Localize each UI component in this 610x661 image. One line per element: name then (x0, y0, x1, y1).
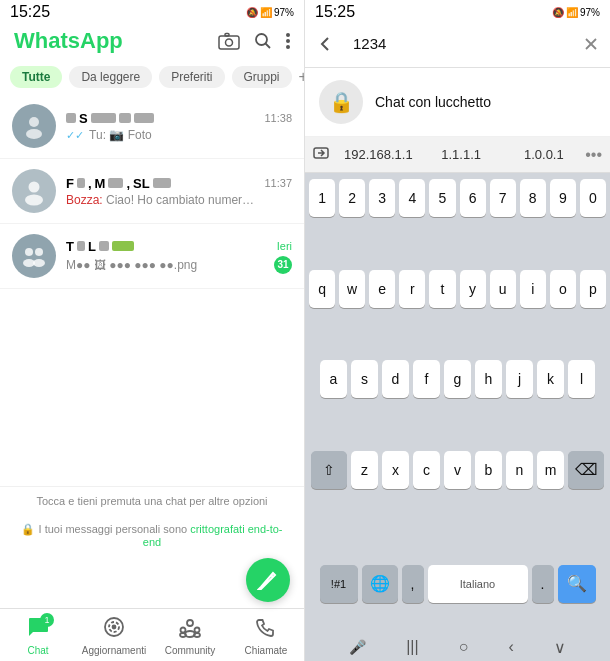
key-6[interactable]: 6 (460, 179, 486, 217)
filter-tab-groups[interactable]: Gruppi (232, 66, 292, 88)
key-m[interactable]: m (537, 451, 564, 489)
key-c[interactable]: c (413, 451, 440, 489)
sys-nav-down[interactable]: ∨ (554, 638, 566, 657)
suggestion-more-icon[interactable]: ••• (585, 146, 602, 164)
sys-nav-recents[interactable]: ‹ (508, 638, 513, 656)
chat-item-3[interactable]: T L Ieri M●● 🖼 ●●● ●●● ●●.png 31 (0, 224, 304, 289)
filter-tab-add-button[interactable]: + (299, 68, 304, 86)
key-h[interactable]: h (475, 360, 502, 398)
nav-calls[interactable]: Chiamate (228, 609, 304, 661)
nav-calls-label: Chiamate (245, 645, 288, 656)
chat-content-2: F , M , SL 11:37 Bozza: Ciao! Ho cambiat… (66, 176, 292, 207)
camera-button[interactable] (218, 32, 240, 50)
search-back-button[interactable] (315, 34, 335, 54)
key-4[interactable]: 4 (399, 179, 425, 217)
key-9[interactable]: 9 (550, 179, 576, 217)
key-s[interactable]: s (351, 360, 378, 398)
sys-nav-back[interactable]: ||| (406, 638, 418, 656)
keyboard-row-qwerty: q w e r t y u i o p (309, 270, 606, 355)
search-clear-button[interactable] (582, 35, 600, 53)
chat-preview-2: Bozza: Ciao! Ho cambiato numero di cellu… (66, 193, 256, 207)
svg-point-6 (286, 39, 290, 43)
key-1[interactable]: 1 (309, 179, 335, 217)
key-x[interactable]: x (382, 451, 409, 489)
key-8[interactable]: 8 (520, 179, 546, 217)
key-i[interactable]: i (520, 270, 546, 308)
key-t[interactable]: t (429, 270, 455, 308)
comma-key[interactable]: , (402, 565, 424, 603)
chat-item-1[interactable]: S 11:38 ✓✓ Tu: 📷 Foto (0, 94, 304, 159)
key-p[interactable]: p (580, 270, 606, 308)
key-j[interactable]: j (506, 360, 533, 398)
locked-chat-label: Chat con lucchetto (375, 94, 491, 110)
keyboard-area: 1 2 3 4 5 6 7 8 9 0 q w e r t y u i o p … (305, 173, 610, 661)
sys-nav-home[interactable]: ○ (459, 638, 469, 656)
svg-point-9 (26, 129, 42, 139)
svg-point-5 (286, 33, 290, 37)
key-3[interactable]: 3 (369, 179, 395, 217)
right-panel: 15:25 🔕 📶 97% 🔒 Chat con lucchetto (305, 0, 610, 661)
lock-icon: 🔒 (319, 80, 363, 124)
new-chat-fab[interactable] (246, 558, 290, 602)
menu-button[interactable] (286, 32, 290, 50)
filter-tab-unread[interactable]: Da leggere (69, 66, 152, 88)
suggestion-3[interactable]: 1.0.0.1 (502, 143, 585, 166)
key-r[interactable]: r (399, 270, 425, 308)
shift-key[interactable]: ⇧ (311, 451, 347, 489)
key-d[interactable]: d (382, 360, 409, 398)
filter-tab-all[interactable]: Tutte (10, 66, 62, 88)
svg-point-22 (181, 628, 186, 633)
nav-community[interactable]: Community (152, 609, 228, 661)
search-header (305, 22, 610, 68)
key-2[interactable]: 2 (339, 179, 365, 217)
suggestion-2[interactable]: 1.1.1.1 (420, 143, 503, 166)
nav-chat[interactable]: 1 Chat (0, 609, 76, 661)
svg-point-12 (25, 248, 33, 256)
search-result-locked-chat[interactable]: 🔒 Chat con lucchetto (305, 68, 610, 137)
mic-button[interactable]: 🎤 (349, 639, 366, 655)
filter-tab-fav[interactable]: Preferiti (159, 66, 224, 88)
avatar-3 (12, 234, 56, 278)
key-0[interactable]: 0 (580, 179, 606, 217)
period-key[interactable]: . (532, 565, 554, 603)
key-o[interactable]: o (550, 270, 576, 308)
key-q[interactable]: q (309, 270, 335, 308)
space-key[interactable]: Italiano (428, 565, 528, 603)
nav-chat-label: Chat (27, 645, 48, 656)
key-z[interactable]: z (351, 451, 378, 489)
chat-list: S 11:38 ✓✓ Tu: 📷 Foto (0, 94, 304, 486)
key-l[interactable]: l (568, 360, 595, 398)
status-time-right: 15:25 (315, 3, 355, 21)
chat-name-3: T L (66, 239, 134, 254)
key-u[interactable]: u (490, 270, 516, 308)
language-key[interactable]: 🌐 (362, 565, 398, 603)
key-w[interactable]: w (339, 270, 365, 308)
key-e[interactable]: e (369, 270, 395, 308)
search-input[interactable] (343, 28, 574, 59)
search-button[interactable] (254, 32, 272, 50)
suggestion-1[interactable]: 192.168.1.1 (337, 143, 420, 166)
svg-rect-0 (219, 36, 239, 49)
key-g[interactable]: g (444, 360, 471, 398)
system-nav-bar: 🎤 ||| ○ ‹ ∨ (309, 634, 606, 657)
key-y[interactable]: y (460, 270, 486, 308)
key-5[interactable]: 5 (429, 179, 455, 217)
key-b[interactable]: b (475, 451, 502, 489)
nav-updates[interactable]: Aggiornamenti (76, 609, 152, 661)
header-icons (218, 32, 290, 50)
chat-item-2[interactable]: F , M , SL 11:37 Bozza: Ciao! Ho cambiat… (0, 159, 304, 224)
calls-icon (255, 616, 277, 643)
updates-icon (103, 616, 125, 643)
search-key[interactable]: 🔍 (558, 565, 596, 603)
num-switch-key[interactable]: !#1 (320, 565, 358, 603)
key-f[interactable]: f (413, 360, 440, 398)
e2e-link[interactable]: crittografati end-to-end (143, 523, 283, 548)
svg-line-17 (266, 580, 268, 582)
key-k[interactable]: k (537, 360, 564, 398)
key-v[interactable]: v (444, 451, 471, 489)
key-n[interactable]: n (506, 451, 533, 489)
key-a[interactable]: a (320, 360, 347, 398)
chat-time-2: 11:37 (264, 177, 292, 189)
key-7[interactable]: 7 (490, 179, 516, 217)
delete-key[interactable]: ⌫ (568, 451, 604, 489)
